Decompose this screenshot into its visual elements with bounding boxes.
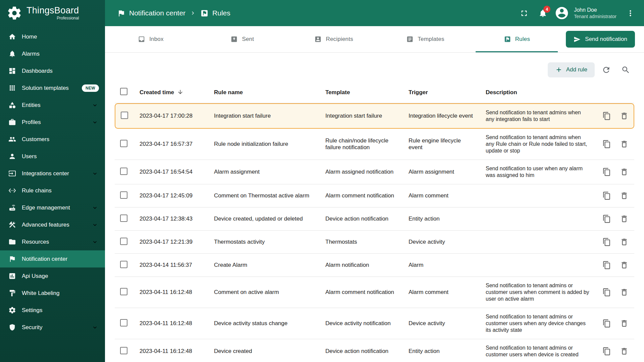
tab-inbox[interactable]: Inbox	[105, 26, 197, 52]
copy-rule-button[interactable]	[601, 166, 613, 178]
sidebar-item-customers[interactable]: Customers	[0, 131, 105, 148]
breadcrumb-rules[interactable]: Rules	[200, 9, 230, 17]
breadcrumb-notification-center[interactable]: Notification center	[117, 9, 185, 17]
table-row[interactable]: 2023-04-14 11:56:37Create AlarmAlarm not…	[115, 254, 634, 277]
copy-rule-button[interactable]	[601, 259, 613, 271]
delete-rule-button[interactable]	[618, 259, 630, 271]
row-checkbox[interactable]	[120, 261, 127, 268]
sidebar-item-label: Users	[22, 153, 101, 160]
sidebar-item-alarms[interactable]: Alarms	[0, 45, 105, 62]
delete-rule-button[interactable]	[618, 110, 630, 122]
add-rule-label: Add rule	[566, 66, 587, 73]
sidebar-item-rule-chains[interactable]: Rule chains	[0, 182, 105, 199]
sidebar-item-entities[interactable]: Entities	[0, 97, 105, 114]
add-rule-button[interactable]: Add rule	[548, 62, 595, 77]
tab-templates[interactable]: Templates	[380, 26, 471, 52]
tab-rules[interactable]: Rules	[471, 26, 562, 52]
sidebar-item-notification-center[interactable]: Notification center	[0, 250, 105, 267]
sidebar-item-advanced-features[interactable]: Advanced features	[0, 216, 105, 233]
copy-rule-button[interactable]	[601, 110, 613, 122]
more-menu-button[interactable]	[622, 5, 639, 21]
table-row[interactable]: 2023-04-17 12:21:39Thermostats activityT…	[115, 231, 634, 254]
delete-rule-button[interactable]	[618, 286, 630, 298]
column-created-time[interactable]: Created time	[134, 82, 209, 103]
sidebar-item-profiles[interactable]: Profiles	[0, 114, 105, 131]
table-header-row: Created time Rule name Template Trigger …	[115, 82, 634, 103]
cell-description	[480, 254, 595, 277]
tab-label: Rules	[515, 36, 530, 43]
tab-sent[interactable]: Sent	[197, 26, 288, 52]
row-checkbox[interactable]	[120, 191, 127, 199]
row-checkbox[interactable]	[120, 319, 127, 326]
delete-rule-button[interactable]	[618, 317, 630, 329]
column-rule-name[interactable]: Rule name	[209, 82, 320, 103]
column-template[interactable]: Template	[320, 82, 403, 103]
copy-icon	[602, 191, 611, 200]
ethernet-icon	[8, 187, 16, 194]
send-notification-button[interactable]: Send notification	[566, 31, 635, 48]
table-row[interactable]: 2023-04-11 16:12:48Comment on active ala…	[115, 277, 634, 308]
copy-rule-button[interactable]	[601, 317, 613, 329]
column-description[interactable]: Description	[480, 82, 595, 103]
sidebar-item-home[interactable]: Home	[0, 28, 105, 45]
copy-icon	[602, 319, 611, 328]
row-checkbox[interactable]	[120, 238, 127, 245]
sidebar-item-resources[interactable]: Resources	[0, 233, 105, 250]
row-checkbox[interactable]	[120, 140, 127, 147]
sidebar-item-security[interactable]: Security	[0, 319, 105, 336]
kebab-icon	[626, 9, 635, 18]
tab-bar: InboxSentRecipientsTemplatesRules Send n…	[105, 26, 644, 53]
cell-template: Alarm comment notification	[320, 184, 403, 207]
delete-rule-button[interactable]	[618, 236, 630, 248]
copy-rule-button[interactable]	[601, 345, 613, 357]
cell-rule-name: Thermostats activity	[209, 231, 320, 254]
table-row[interactable]: 2023-04-17 12:38:43Device created, updat…	[115, 207, 634, 231]
table-row[interactable]: 2023-04-11 16:12:48Device createdDevice …	[115, 339, 634, 362]
row-checkbox[interactable]	[120, 215, 127, 222]
copy-rule-button[interactable]	[601, 236, 613, 248]
sidebar-item-edge-management[interactable]: Edge management	[0, 199, 105, 216]
copy-rule-button[interactable]	[601, 213, 613, 225]
search-button[interactable]	[618, 62, 634, 78]
copy-rule-button[interactable]	[601, 138, 613, 150]
table-row[interactable]: 2023-04-17 16:54:54Alarm assignmentAlarm…	[115, 160, 634, 184]
row-checkbox[interactable]	[121, 112, 128, 119]
cell-description: Send notification to tenant admins or cu…	[480, 277, 595, 308]
cell-created-time: 2023-04-11 16:12:48	[134, 277, 209, 308]
app-logo[interactable]: ThingsBoard Professional	[0, 0, 105, 26]
row-checkbox[interactable]	[120, 347, 127, 354]
sidebar-item-label: Advanced features	[22, 222, 86, 228]
delete-rule-button[interactable]	[618, 213, 630, 225]
delete-icon	[620, 112, 629, 120]
select-all-checkbox[interactable]	[120, 88, 127, 95]
user-avatar[interactable]	[554, 6, 569, 20]
sidebar-item-dashboards[interactable]: Dashboards	[0, 62, 105, 79]
row-checkbox[interactable]	[120, 288, 127, 295]
row-checkbox[interactable]	[120, 168, 127, 175]
sidebar-item-white-labeling[interactable]: White Labeling	[0, 285, 105, 302]
cell-description: Send notification to user when any alarm…	[480, 160, 595, 184]
column-trigger[interactable]: Trigger	[403, 82, 480, 103]
delete-rule-button[interactable]	[618, 190, 630, 202]
delete-rule-button[interactable]	[618, 138, 630, 150]
people-icon	[8, 135, 16, 143]
copy-rule-button[interactable]	[601, 190, 613, 202]
delete-rule-button[interactable]	[618, 345, 630, 357]
notifications-button[interactable]: 4	[534, 5, 551, 21]
sidebar-item-users[interactable]: Users	[0, 148, 105, 165]
table-row[interactable]: 2023-04-17 12:45:09Comment on Thermostat…	[115, 184, 634, 207]
copy-rule-button[interactable]	[601, 286, 613, 298]
refresh-button[interactable]	[598, 62, 614, 78]
delete-rule-button[interactable]	[618, 166, 630, 178]
main-area: Notification center Rules 4 John	[105, 0, 644, 362]
table-row[interactable]: 2023-04-11 16:12:48Device activity statu…	[115, 308, 634, 339]
tab-recipients[interactable]: Recipients	[288, 26, 380, 52]
table-row[interactable]: 2023-04-17 16:57:37Rule node initializat…	[115, 129, 634, 160]
fullscreen-button[interactable]	[516, 5, 532, 21]
sidebar-item-label: Resources	[22, 239, 86, 245]
sidebar-item-integrations-center[interactable]: Integrations center	[0, 165, 105, 182]
table-row[interactable]: 2023-04-17 17:00:28Integration start fai…	[115, 103, 634, 129]
sidebar-item-solution-templates[interactable]: Solution templatesNEW	[0, 79, 105, 97]
sidebar-item-settings[interactable]: Settings	[0, 302, 105, 319]
sidebar-item-api-usage[interactable]: Api Usage	[0, 267, 105, 285]
